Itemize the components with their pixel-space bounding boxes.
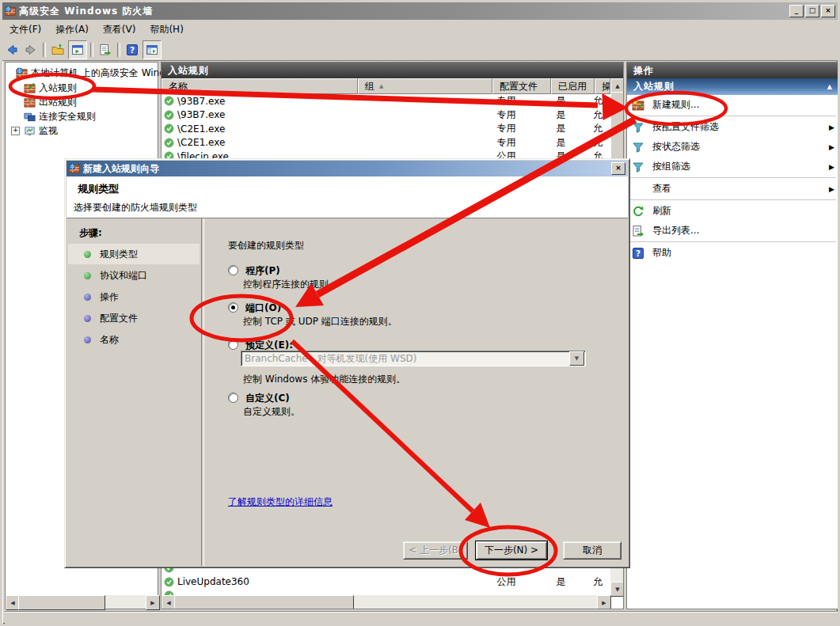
step-bullet-icon <box>84 315 91 322</box>
radio-custom-label: 自定义(C) <box>245 392 290 405</box>
radio-port-label: 端口(O) <box>245 302 281 315</box>
action-filter-profile[interactable]: 按配置文件筛选▶ <box>627 117 839 137</box>
table-row[interactable]: \C2E1.exe专用是允 <box>162 136 609 150</box>
app-window: 高级安全 Windows 防火墙 _ □ × 文件(F)操作(A)查看(V)帮助… <box>0 0 840 626</box>
actions-separator <box>630 199 836 200</box>
status-bar <box>5 611 840 626</box>
steps-divider <box>201 218 204 566</box>
tree-item-connection-security[interactable]: 连接安全规则 <box>24 110 176 123</box>
radio-predefined-description: 控制 Windows 体验功能连接的规则。 <box>243 373 405 386</box>
toolbar <box>2 40 838 61</box>
export-list-button[interactable] <box>97 41 114 59</box>
radio-program-label: 程序(P) <box>245 264 280 278</box>
up-folder-button[interactable] <box>49 41 67 59</box>
tree-expander-icon[interactable]: + <box>11 127 20 135</box>
close-button[interactable]: × <box>821 5 835 17</box>
help-icon <box>126 44 139 56</box>
column-header-操[interactable]: 操 <box>595 78 610 94</box>
dialog-subheading: 选择要创建的防火墙规则类型 <box>74 201 197 214</box>
radio-custom[interactable] <box>228 393 238 403</box>
console-window-button[interactable] <box>68 40 87 59</box>
table-row[interactable]: \C2E1.exe专用是允 <box>162 122 609 136</box>
content-label: 要创建的规则类型 <box>228 239 304 252</box>
menu-help[interactable]: 帮助(H) <box>143 21 190 39</box>
back-button[interactable] <box>3 41 21 59</box>
step-bullet-icon <box>84 272 91 279</box>
forward-button[interactable] <box>22 41 40 59</box>
menu-view[interactable]: 查看(V) <box>96 21 143 39</box>
scroll-right-button[interactable]: ▶ <box>597 595 611 609</box>
back-button[interactable]: < 上一步(B) <box>403 541 468 560</box>
outbound-rules-icon <box>24 97 36 108</box>
refresh-icon <box>632 205 644 218</box>
dropdown-arrow-icon[interactable]: ▼ <box>569 351 584 366</box>
actions-group-title: 入站规则 <box>633 80 675 93</box>
learn-more-link[interactable]: 了解规则类型的详细信息 <box>228 495 333 509</box>
help-button[interactable] <box>124 41 141 59</box>
firewall-globe-icon <box>16 67 28 79</box>
allow-check-icon <box>164 110 174 120</box>
column-header-组[interactable]: 组▲ <box>358 78 492 94</box>
allow-check-icon <box>164 96 174 106</box>
monitoring-icon <box>24 125 36 137</box>
forward-icon <box>25 44 37 56</box>
export-list-icon <box>632 225 644 237</box>
collapse-arrow-icon[interactable]: ▲ <box>827 83 833 90</box>
next-button[interactable]: 下一步(N) > <box>476 541 547 560</box>
tree-item-monitoring[interactable]: 监视 <box>24 124 176 138</box>
action-new-rule[interactable]: 新建规则... <box>627 95 839 115</box>
radio-port[interactable] <box>228 302 238 313</box>
table-row[interactable]: \93B7.exe专用是允 <box>162 94 609 108</box>
column-header-已启用[interactable]: 已启用 <box>551 78 595 94</box>
menu-action[interactable]: 操作(A) <box>48 21 96 39</box>
maximize-button[interactable]: □ <box>805 5 819 17</box>
new-rule-icon <box>632 99 644 112</box>
back-icon <box>6 44 18 56</box>
column-header-配置文件[interactable]: 配置文件 <box>492 78 551 94</box>
minimize-button[interactable]: _ <box>789 5 804 17</box>
title-bar: 高级安全 Windows 防火墙 _ □ × <box>2 2 838 20</box>
predefined-combobox[interactable]: BranchCache - 对等机发现(使用 WSD)▼ <box>241 351 586 366</box>
column-header-名称[interactable]: 名称 <box>162 78 358 94</box>
filter-icon <box>632 121 644 134</box>
filter-icon <box>632 161 644 173</box>
action-refresh[interactable]: 刷新 <box>627 201 839 221</box>
actions-panel: 操作 入站规则 ▲ 新建规则...按配置文件筛选▶按状态筛选▶按组筛选▶查看▶刷… <box>626 62 840 609</box>
inbound-rules-icon <box>24 82 36 94</box>
submenu-arrow-icon: ▶ <box>829 123 834 131</box>
tree-item-outbound-rules[interactable]: 出站规则 <box>24 96 176 109</box>
tree-root-firewall[interactable]: 本地计算机 上的高级安全 Wind <box>16 66 168 80</box>
tree-item-inbound-rules[interactable]: 入站规则 <box>24 82 176 95</box>
action-export-list[interactable]: 导出列表... <box>627 221 839 241</box>
menu-file[interactable]: 文件(F) <box>2 21 48 39</box>
tree-horizontal-scrollbar-thumb[interactable] <box>18 595 105 610</box>
window-title: 高级安全 Windows 防火墙 <box>19 5 788 18</box>
toolbar-separator <box>43 43 46 57</box>
actions-group-header[interactable]: 入站规则 ▲ <box>627 78 839 95</box>
dialog-title: 新建入站规则向导 <box>83 162 610 176</box>
action-help[interactable]: 帮助 <box>627 243 839 263</box>
action-filter-group[interactable]: 按组筛选▶ <box>627 157 839 176</box>
action-filter-state[interactable]: 按状态筛选▶ <box>627 137 839 157</box>
firewall-app-icon <box>5 6 16 17</box>
horizontal-scrollbar-thumb[interactable] <box>174 595 354 609</box>
scroll-down-button[interactable]: ▼ <box>610 582 624 597</box>
allow-check-icon <box>164 138 174 148</box>
wizard-step-5: 名称 <box>68 329 200 350</box>
table-row[interactable]: LiveUpdate360公用是允 <box>162 575 609 590</box>
actions-separator <box>630 177 836 178</box>
tree-scroll-right-button[interactable]: ▶ <box>146 595 160 610</box>
action-view[interactable]: 查看▶ <box>627 179 839 199</box>
radio-program[interactable] <box>228 265 238 275</box>
allow-check-icon <box>164 577 174 587</box>
wizard-step-3: 操作 <box>68 286 200 307</box>
console-window-icon <box>71 44 84 56</box>
cancel-button[interactable]: 取消 <box>563 541 621 560</box>
dialog-body: 步骤: 规则类型协议和端口操作配置文件名称 要创建的规则类型 程序(P)控制程序… <box>67 218 628 566</box>
radio-predefined[interactable] <box>228 340 238 350</box>
table-row[interactable]: \93B7.exe专用是允 <box>162 108 609 123</box>
console-tree-button[interactable] <box>143 40 162 59</box>
actions-separator <box>630 116 836 116</box>
wizard-step-1: 规则类型 <box>68 244 200 264</box>
dialog-close-button[interactable]: × <box>611 162 625 175</box>
